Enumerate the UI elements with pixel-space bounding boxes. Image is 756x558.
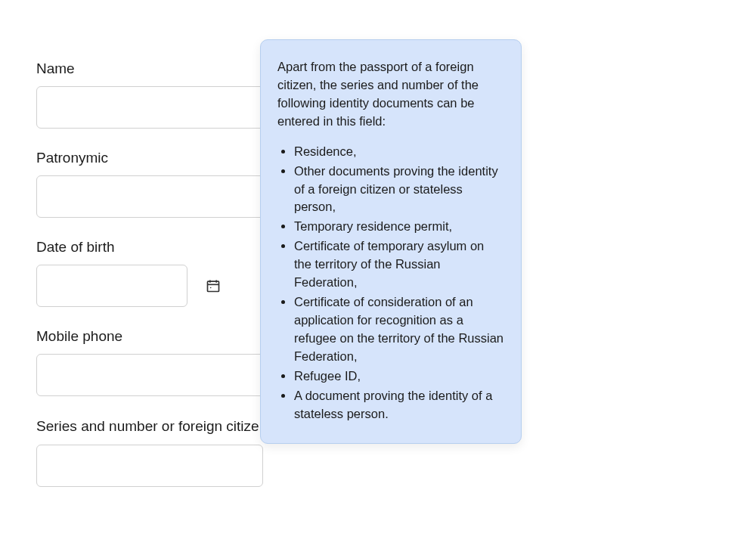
tooltip-item: A document proving the identity of a sta… (294, 387, 504, 423)
dob-input[interactable] (36, 265, 187, 307)
svg-point-4 (210, 287, 212, 289)
passport-tooltip: Apart from the passport of a foreign cit… (260, 39, 522, 444)
tooltip-item: Certificate of temporary asylum on the t… (294, 237, 504, 292)
tooltip-item: Refugee ID, (294, 367, 504, 386)
tooltip-intro: Apart from the passport of a foreign cit… (277, 58, 504, 131)
tooltip-item: Certificate of consideration of an appli… (294, 293, 504, 366)
tooltip-list: Residence, Other documents proving the i… (277, 143, 504, 423)
tooltip-item: Temporary residence permit, (294, 218, 504, 236)
passport-input[interactable] (36, 445, 263, 487)
tooltip-item: Residence, (294, 143, 504, 161)
svg-rect-0 (208, 281, 219, 291)
tooltip-item: Other documents proving the identity of … (294, 163, 504, 217)
calendar-icon[interactable] (206, 278, 221, 293)
